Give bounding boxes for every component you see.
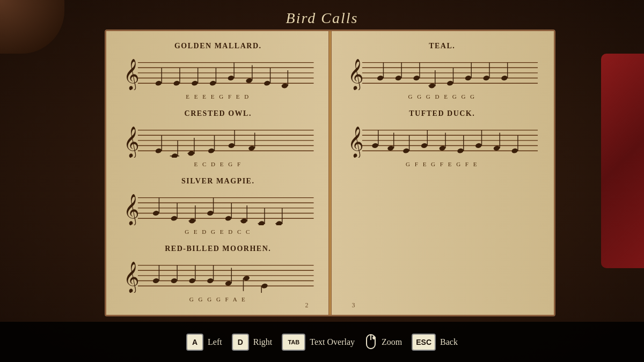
svg-point-87 bbox=[261, 283, 268, 289]
svg-point-132 bbox=[493, 145, 500, 151]
book-spine bbox=[328, 31, 332, 315]
control-left: A Left bbox=[186, 334, 222, 351]
key-a[interactable]: A bbox=[186, 334, 203, 351]
svg-point-18 bbox=[264, 80, 270, 86]
page-title: Bird Calls bbox=[0, 10, 644, 27]
svg-point-51 bbox=[171, 215, 178, 221]
svg-point-29 bbox=[155, 147, 162, 153]
svg-point-39 bbox=[228, 143, 235, 149]
svg-point-104 bbox=[446, 80, 453, 86]
bird-name-teal: Teal. bbox=[347, 42, 538, 50]
svg-point-95 bbox=[376, 75, 383, 81]
control-right: D Right bbox=[232, 334, 273, 351]
svg-point-12 bbox=[209, 80, 216, 86]
svg-point-102 bbox=[428, 83, 435, 88]
notes-red-billed-moorhen: G G G G F A E bbox=[122, 296, 314, 302]
svg-point-110 bbox=[501, 75, 508, 81]
label-zoom: Zoom bbox=[382, 337, 402, 347]
bird-entry-red-billed-moorhen: Red-Billed Moorhen. 𝄞 bbox=[122, 245, 314, 302]
svg-point-49 bbox=[152, 210, 159, 216]
svg-point-58 bbox=[225, 215, 232, 221]
svg-point-138 bbox=[373, 337, 375, 339]
key-d[interactable]: D bbox=[232, 334, 249, 351]
svg-text:𝄞: 𝄞 bbox=[123, 262, 140, 293]
svg-point-6 bbox=[155, 80, 162, 86]
key-esc[interactable]: ESC bbox=[412, 334, 436, 351]
svg-point-85 bbox=[243, 275, 250, 281]
control-back: ESC Back bbox=[412, 334, 458, 351]
label-right: Right bbox=[253, 337, 273, 347]
svg-point-81 bbox=[207, 278, 214, 284]
svg-text:𝄞: 𝄞 bbox=[123, 194, 140, 225]
label-back: Back bbox=[440, 337, 458, 347]
svg-point-106 bbox=[464, 75, 471, 81]
notes-teal: G G G D E G G G bbox=[347, 93, 538, 100]
notes-golden-mallard: E E E E G F E D bbox=[122, 93, 314, 100]
mouse-icon bbox=[364, 334, 377, 351]
staff-silver-magpie: 𝄞 bbox=[122, 188, 314, 225]
cloth-decoration bbox=[601, 54, 644, 268]
svg-point-35 bbox=[187, 150, 194, 156]
staff-tufted-duck: 𝄞 bbox=[347, 120, 538, 158]
svg-point-99 bbox=[413, 75, 420, 81]
notes-silver-magpie: G E D G E D C C bbox=[122, 228, 314, 235]
svg-point-134 bbox=[511, 147, 518, 153]
bird-name-silver-magpie: Silver Magpie. bbox=[122, 177, 314, 186]
staff-teal: 𝄞 bbox=[347, 53, 538, 90]
svg-point-77 bbox=[171, 278, 178, 284]
staff-red-billed-moorhen: 𝄞 bbox=[122, 255, 314, 293]
bird-entry-golden-mallard: Golden Mallard. 𝄞 bbox=[122, 42, 314, 100]
bird-name-tufted-duck: Tufted Duck. bbox=[347, 109, 538, 118]
svg-point-56 bbox=[207, 210, 214, 216]
svg-point-10 bbox=[191, 80, 198, 86]
svg-point-8 bbox=[173, 80, 180, 86]
controls-bar: A Left D Right TAB Text Overlay Zoom ESC… bbox=[0, 322, 644, 362]
svg-point-21 bbox=[281, 83, 288, 88]
bird-name-golden-mallard: Golden Mallard. bbox=[122, 42, 314, 50]
svg-point-14 bbox=[228, 75, 235, 81]
page-left: Golden Mallard. 𝄞 bbox=[106, 31, 331, 315]
page-right: Teal. 𝄞 bbox=[331, 31, 554, 315]
svg-point-16 bbox=[245, 78, 252, 84]
svg-point-41 bbox=[248, 145, 255, 151]
svg-point-118 bbox=[371, 143, 378, 149]
svg-point-54 bbox=[188, 218, 195, 224]
notes-tufted-duck: G F E G F E G F E bbox=[347, 161, 538, 167]
svg-point-79 bbox=[188, 278, 195, 284]
control-text-overlay: TAB Text Overlay bbox=[282, 334, 355, 351]
svg-point-130 bbox=[474, 143, 481, 149]
page-number-right: 3 bbox=[352, 301, 355, 309]
svg-text:𝄞: 𝄞 bbox=[123, 59, 140, 90]
bird-entry-teal: Teal. 𝄞 bbox=[347, 42, 538, 100]
label-text-overlay: Text Overlay bbox=[310, 337, 355, 347]
svg-point-108 bbox=[482, 75, 489, 81]
svg-point-124 bbox=[420, 143, 427, 149]
staff-crested-owl: 𝄞 bbox=[122, 120, 314, 158]
svg-point-83 bbox=[225, 280, 232, 286]
svg-text:𝄞: 𝄞 bbox=[123, 127, 140, 158]
svg-text:𝄞: 𝄞 bbox=[347, 127, 363, 158]
svg-point-32 bbox=[171, 153, 178, 158]
key-tab[interactable]: TAB bbox=[282, 334, 305, 351]
bird-entry-tufted-duck: Tufted Duck. 𝄞 bbox=[347, 109, 538, 167]
svg-point-67 bbox=[275, 220, 282, 225]
bird-entry-silver-magpie: Silver Magpie. 𝄞 bbox=[122, 177, 314, 235]
label-left: Left bbox=[208, 337, 222, 347]
svg-point-122 bbox=[402, 147, 409, 153]
svg-point-61 bbox=[240, 218, 247, 224]
page-number-left: 2 bbox=[305, 301, 309, 309]
svg-text:𝄞: 𝄞 bbox=[347, 59, 363, 90]
svg-point-64 bbox=[258, 220, 265, 225]
notes-crested-owl: E C D E G F bbox=[122, 161, 314, 167]
control-zoom: Zoom bbox=[364, 334, 402, 351]
svg-point-120 bbox=[387, 145, 394, 151]
svg-point-128 bbox=[457, 147, 464, 153]
svg-point-37 bbox=[208, 147, 215, 153]
svg-point-75 bbox=[152, 278, 159, 284]
svg-point-126 bbox=[438, 145, 445, 151]
svg-point-97 bbox=[394, 75, 401, 81]
book: Golden Mallard. 𝄞 bbox=[105, 29, 555, 316]
staff-golden-mallard: 𝄞 bbox=[122, 53, 314, 90]
bird-entry-crested-owl: Crested Owl. 𝄞 bbox=[122, 109, 314, 167]
bird-name-red-billed-moorhen: Red-Billed Moorhen. bbox=[122, 245, 314, 253]
